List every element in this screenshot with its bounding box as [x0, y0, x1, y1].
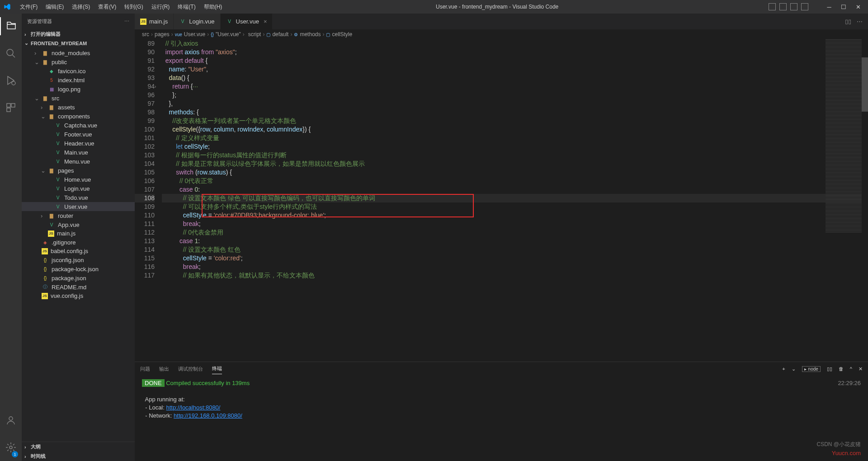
- tree-item[interactable]: ⌄▇src: [22, 94, 135, 103]
- close-panel-icon[interactable]: ✕: [859, 366, 863, 372]
- explorer-icon[interactable]: [0, 17, 22, 35]
- sidebar-header: 资源管理器 ⋯: [22, 14, 135, 29]
- editor-tab[interactable]: VLogin.vue: [174, 14, 220, 29]
- breadcrumb-item[interactable]: {} "User.vue": [211, 31, 241, 38]
- svg-point-5: [9, 417, 13, 420]
- breadcrumb-item[interactable]: pages: [155, 31, 170, 38]
- close-tab-icon[interactable]: ×: [264, 18, 267, 25]
- terminal[interactable]: 22:29:26 DONE Compiled successfully in 1…: [135, 376, 868, 461]
- panel-tab[interactable]: 调试控制台: [178, 364, 203, 374]
- tree-label: babel.config.js: [51, 248, 88, 254]
- tree-item[interactable]: 5index.html: [22, 75, 135, 85]
- minimap[interactable]: [826, 39, 862, 362]
- tree-label: App.vue: [58, 221, 80, 228]
- tree-item[interactable]: ⓘREADME.md: [22, 282, 135, 292]
- tree-label: vue.config.js: [51, 292, 83, 299]
- dropdown-icon[interactable]: ⌄: [792, 366, 796, 372]
- vue-icon: V: [54, 149, 61, 156]
- menu-item[interactable]: 终端(T): [174, 1, 199, 13]
- editor-tab[interactable]: VUser.vue×: [221, 14, 273, 29]
- tree-item[interactable]: ›▇assets: [22, 103, 135, 112]
- project-section[interactable]: ⌄FRONTEND_MYDREAM: [22, 39, 135, 47]
- scrollbar[interactable]: [862, 39, 868, 362]
- tree-item[interactable]: {}package-lock.json: [22, 264, 135, 273]
- tree-item[interactable]: VApp.vue: [22, 220, 135, 229]
- more-icon[interactable]: ⋯: [124, 19, 129, 24]
- maximize-button[interactable]: ☐: [837, 2, 850, 12]
- tree-label: pages: [58, 167, 74, 174]
- tree-item[interactable]: ›▇node_modules: [22, 48, 135, 57]
- layout-icon[interactable]: [801, 3, 808, 10]
- search-icon[interactable]: [0, 44, 22, 62]
- tree-item[interactable]: VTodo.vue: [22, 193, 135, 202]
- tree-item[interactable]: VUser.vue: [22, 202, 135, 211]
- folder-icon: ▇: [42, 94, 49, 102]
- breadcrumb-item[interactable]: script: [246, 31, 261, 38]
- breadcrumb-item[interactable]: src: [142, 31, 149, 38]
- editor-tab[interactable]: JSmain.js: [135, 14, 174, 29]
- breadcrumb-item[interactable]: ⚙ methods: [294, 31, 321, 38]
- local-url[interactable]: http://localhost:8080/: [166, 404, 220, 411]
- panel-tab[interactable]: 终端: [212, 363, 222, 374]
- vue-icon: V: [179, 18, 186, 25]
- split-editor-icon[interactable]: ▯▯: [845, 18, 851, 25]
- tree-item[interactable]: ▦logo.png: [22, 85, 135, 94]
- menu-item[interactable]: 文件(F): [16, 1, 41, 13]
- tree-item[interactable]: JSvue.config.js: [22, 292, 135, 300]
- menu-item[interactable]: 帮助(H): [200, 1, 226, 13]
- breadcrumb[interactable]: src›pages›vue User.vue›{} "User.vue"› sc…: [135, 29, 868, 39]
- tree-item[interactable]: JSbabel.config.js: [22, 247, 135, 255]
- tree-item[interactable]: ◈.gitignore: [22, 238, 135, 247]
- run-debug-icon[interactable]: [0, 71, 22, 89]
- account-icon[interactable]: [0, 411, 22, 429]
- tree-item[interactable]: ◆favicon.ico: [22, 66, 135, 75]
- breadcrumb-item[interactable]: vue User.vue: [175, 31, 205, 38]
- tree-item[interactable]: VMenu.vue: [22, 157, 135, 166]
- menu-item[interactable]: 选择(S): [68, 1, 94, 13]
- layout-icon[interactable]: [769, 3, 776, 10]
- tree-label: public: [52, 59, 67, 66]
- folder-icon: ▇: [48, 167, 55, 174]
- editor-area: JSmain.jsVLogin.vueVUser.vue× ▯▯ ⋯ src›p…: [135, 14, 868, 461]
- minimize-button[interactable]: ─: [823, 2, 835, 12]
- tree-item[interactable]: VCaptcha.vue: [22, 121, 135, 130]
- tree-item[interactable]: ›▇router: [22, 211, 135, 220]
- layout-icon[interactable]: [790, 3, 797, 10]
- menu-item[interactable]: 编辑(E): [42, 1, 67, 13]
- trash-icon[interactable]: 🗑: [839, 366, 844, 372]
- tree-item[interactable]: ⌄▇pages: [22, 166, 135, 175]
- tree-item[interactable]: VHeader.vue: [22, 139, 135, 148]
- tree-item[interactable]: ⌄▇public: [22, 57, 135, 66]
- layout-icon[interactable]: [779, 3, 787, 10]
- timeline-section[interactable]: ›时间线: [22, 452, 135, 461]
- panel-tab[interactable]: 问题: [140, 364, 150, 374]
- extensions-icon[interactable]: [0, 99, 22, 117]
- vue-icon: V: [54, 131, 61, 138]
- split-terminal-icon[interactable]: ▯▯: [827, 366, 832, 372]
- tree-item[interactable]: VLogin.vue: [22, 184, 135, 193]
- maximize-panel-icon[interactable]: ^: [850, 366, 852, 372]
- tree-item[interactable]: VMain.vue: [22, 148, 135, 157]
- panel-tab[interactable]: 输出: [159, 364, 169, 374]
- settings-icon[interactable]: [0, 438, 22, 456]
- tree-item[interactable]: {}package.json: [22, 273, 135, 282]
- network-url[interactable]: http://192.168.0.109:8080/: [174, 412, 242, 419]
- open-editors-section[interactable]: ›打开的编辑器: [22, 29, 135, 39]
- terminal-profile[interactable]: ▸ node: [802, 366, 821, 372]
- more-icon[interactable]: ⋯: [857, 18, 863, 25]
- activity-bar: 1: [0, 14, 22, 461]
- tree-item[interactable]: VFooter.vue: [22, 130, 135, 139]
- tree-item[interactable]: ⌄▇components: [22, 112, 135, 121]
- breadcrumb-item[interactable]: ▢ cellStyle: [326, 31, 352, 38]
- tree-item[interactable]: VHome.vue: [22, 175, 135, 184]
- tree-item[interactable]: JSmain.js: [22, 229, 135, 238]
- code-editor[interactable]: 899091929394›969798991001011021031041051…: [135, 39, 868, 362]
- menu-item[interactable]: 运行(R): [148, 1, 174, 13]
- outline-section[interactable]: ›大纲: [22, 442, 135, 452]
- tree-item[interactable]: {}jsconfig.json: [22, 255, 135, 264]
- breadcrumb-item[interactable]: ▢ default: [266, 31, 288, 38]
- menu-item[interactable]: 转到(G): [121, 1, 146, 13]
- new-terminal-icon[interactable]: +: [782, 366, 785, 372]
- close-button[interactable]: ✕: [852, 2, 864, 12]
- menu-item[interactable]: 查看(V): [94, 1, 120, 13]
